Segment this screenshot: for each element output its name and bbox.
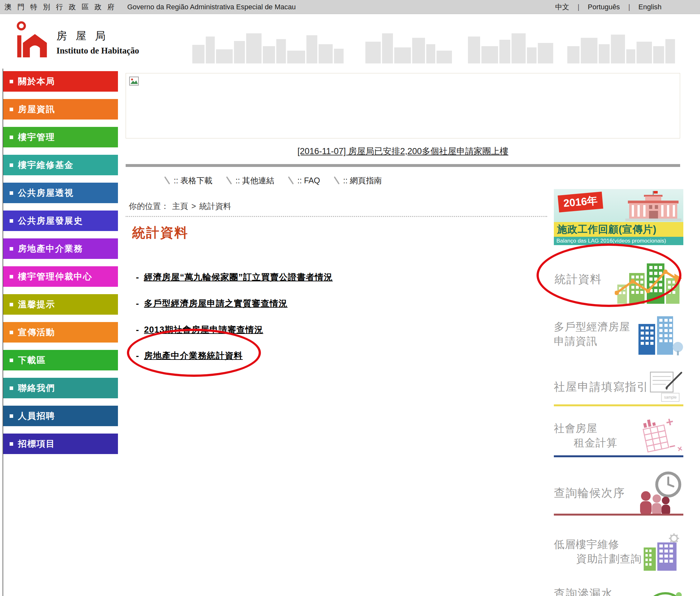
link-economic-housing-deeds[interactable]: 經濟房屋“萬九輪候家團”訂立買賣公證書者情況	[144, 272, 333, 283]
square-bullet-icon	[9, 414, 13, 418]
news-image-placeholder	[126, 73, 680, 138]
calculator-icon: + − ×	[635, 415, 683, 456]
lang-english-link[interactable]: English	[639, 3, 661, 11]
square-bullet-icon	[9, 303, 13, 306]
nav-forms-download[interactable]: :: 表格下載	[164, 175, 212, 186]
sidebar-item-label: 公共房屋發展史	[18, 215, 83, 227]
square-bullet-icon	[9, 163, 13, 167]
page: 澳 門 特 別 行 政 區 政 府 Governo da Região Admi…	[0, 0, 700, 596]
gov-top-bar: 澳 門 特 別 行 政 區 政 府 Governo da Região Admi…	[0, 0, 700, 14]
broken-image-icon	[129, 77, 139, 85]
sidebar-item-label: 聯絡我們	[18, 382, 55, 394]
sidebar-item-contact-us[interactable]: 聯絡我們	[3, 378, 118, 398]
banner-repair-subsidy[interactable]: 低層樓宇維修 資助計劃查詢	[554, 526, 683, 578]
banner-repair-label: 低層樓宇維修 資助計劃查詢	[554, 537, 642, 566]
blue-buildings-icon	[635, 312, 683, 356]
banner-underline-yellow	[554, 405, 683, 406]
bureau-name-zh: 房 屋 局	[56, 29, 139, 43]
bureau-logo[interactable]: 房 屋 局 Instituto de Habitação	[14, 21, 139, 59]
sidebar-item-building-repair-fund[interactable]: 樓宇維修基金	[3, 155, 118, 175]
clock-people-icon	[634, 470, 683, 515]
sidebar-item-recruitment[interactable]: 人員招聘	[3, 406, 118, 426]
lag-banner-title: 施政工作回顧(宣傳片)	[554, 222, 683, 237]
sidebar-item-label: 房地產中介業務	[18, 243, 83, 254]
list-item: - 多戶型經濟房屋申請之實質審查情況	[136, 298, 549, 309]
nav-label: :: FAQ	[297, 176, 320, 185]
square-bullet-icon	[9, 275, 13, 279]
banner-text-line: 租金計算	[554, 436, 617, 450]
sidebar-item-real-estate-agency[interactable]: 房地產中介業務	[3, 238, 118, 259]
link-real-estate-agency-stats[interactable]: 房地產中介業務統計資料	[144, 351, 243, 361]
lag-banner-graphic: 2016年	[554, 189, 683, 222]
nav-label: :: 其他連結	[235, 175, 274, 186]
banner-multi-family-label: 多戶型經濟房屋 申請資訊	[554, 320, 630, 348]
content-column: 你的位置： 主頁 > 統計資料 統計資料 - 經濟房屋“萬九輪候家團”訂立買賣公…	[126, 201, 549, 361]
page-title: 統計資料	[126, 224, 549, 241]
sidebar-item-download-area[interactable]: 下載區	[3, 350, 118, 370]
stats-buildings-chart-icon	[615, 254, 683, 304]
government-building-graphic	[625, 191, 681, 222]
lang-separator: |	[578, 3, 579, 11]
dotted-divider	[126, 216, 547, 217]
nav-faq[interactable]: :: FAQ	[288, 176, 320, 185]
sidebar-item-promotions[interactable]: 宣傳活動	[3, 322, 118, 342]
square-bullet-icon	[9, 108, 13, 111]
sidebar-item-about-bureau[interactable]: 關於本局	[3, 71, 118, 92]
main-content: [2016-11-07] 房屋局已安排2,200多個社屋申請家團上樓 :: 表格…	[126, 73, 680, 377]
form-pencil-icon: sample	[649, 368, 683, 406]
banner-form-guide-label: 社屋申請填寫指引	[554, 380, 649, 394]
banner-queue-inquiry[interactable]: 查詢輪候次序	[554, 470, 683, 516]
banner-statistics[interactable]: 統計資料	[554, 252, 683, 306]
news-row: [2016-11-07] 房屋局已安排2,200多個社屋申請家團上樓	[126, 138, 680, 164]
sidebar-item-label: 宣傳活動	[18, 327, 55, 338]
square-bullet-icon	[9, 191, 13, 195]
lag-banner-subtitle: Balanço das LAG 2016(vídeos promocionais…	[554, 237, 683, 245]
square-bullet-icon	[9, 80, 13, 83]
sidebar-item-tender-projects[interactable]: 招標項目	[3, 434, 118, 454]
banner-leak-inquiry[interactable]: 查詢滲漏水	[554, 584, 683, 596]
square-bullet-icon	[9, 219, 13, 223]
lang-chinese-link[interactable]: 中文	[555, 2, 569, 12]
sidebar-item-label: 下載區	[18, 355, 46, 366]
bureau-name: 房 屋 局 Instituto de Habitação	[56, 29, 139, 56]
slash-icon	[164, 176, 171, 185]
language-switcher: 中文 | Português | English	[555, 2, 661, 12]
sidebar-item-label: 關於本局	[18, 76, 55, 87]
sidebar-item-public-housing-overview[interactable]: 公共房屋透視	[3, 183, 118, 203]
link-2013-social-housing-review[interactable]: 2013期社會房屋申請審查情況	[144, 325, 263, 336]
banner-lag-2016[interactable]: 2016年	[554, 189, 683, 245]
bureau-name-pt: Instituto de Habitação	[56, 46, 139, 56]
slash-icon	[334, 176, 340, 185]
sidebar-item-label: 樓宇管理	[18, 131, 55, 143]
nav-other-links[interactable]: :: 其他連結	[226, 175, 274, 186]
banner-form-guide[interactable]: 社屋申請填寫指引 sample	[554, 367, 683, 406]
svg-text:×: ×	[677, 443, 683, 454]
nav-label: :: 網頁指南	[343, 175, 382, 186]
banner-text-line: 社會房屋	[554, 421, 617, 436]
banner-rent-calculator[interactable]: 社會房屋 租金計算 +	[554, 414, 683, 457]
dash-bullet: -	[136, 298, 139, 309]
sidebar-item-building-management[interactable]: 樓宇管理	[3, 127, 118, 148]
breadcrumb: 你的位置： 主頁 > 統計資料	[126, 201, 549, 211]
gov-title-pt: Governo da Região Administrativa Especia…	[127, 3, 296, 11]
sidebar-item-housing-info[interactable]: 房屋資訊	[3, 99, 118, 120]
sidebar-item-arbitration-center[interactable]: 樓宇管理仲裁中心	[3, 266, 118, 287]
banner-statistics-label: 統計資料	[554, 272, 602, 287]
banner-underline-navy	[554, 455, 683, 457]
lang-portuguese-link[interactable]: Português	[588, 3, 620, 11]
sidebar-item-public-housing-history[interactable]: 公共房屋發展史	[3, 210, 118, 231]
news-link[interactable]: [2016-11-07] 房屋局已安排2,200多個社屋申請家團上樓	[297, 146, 508, 157]
promo-column: 2016年	[554, 189, 683, 596]
svg-text:+: +	[665, 415, 675, 430]
sidebar-item-tips[interactable]: 溫馨提示	[3, 294, 118, 315]
slash-icon	[226, 176, 232, 185]
breadcrumb-separator: >	[191, 202, 196, 211]
banner-multi-family-info[interactable]: 多戶型經濟房屋 申請資訊	[554, 312, 683, 356]
horizontal-divider	[126, 164, 680, 167]
breadcrumb-home-link[interactable]: 主頁	[172, 201, 188, 211]
link-multi-family-review[interactable]: 多戶型經濟房屋申請之實質審查情況	[144, 298, 288, 309]
banner-text-line: 多戶型經濟房屋	[554, 320, 630, 334]
nav-label: :: 表格下載	[174, 175, 212, 186]
banner-leak-label: 查詢滲漏水	[554, 586, 613, 596]
nav-site-guide[interactable]: :: 網頁指南	[334, 175, 382, 186]
